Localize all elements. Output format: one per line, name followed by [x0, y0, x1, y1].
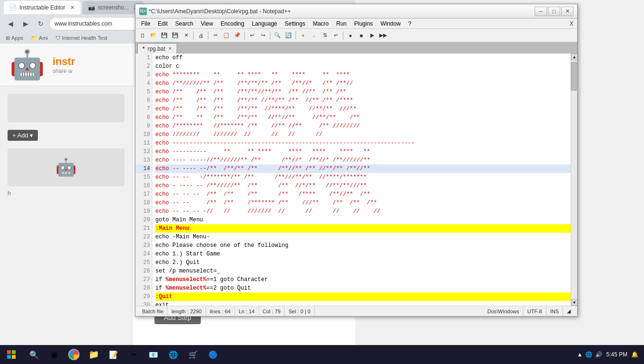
toolbar-find[interactable]: 🔍	[272, 30, 283, 41]
window-controls: ─ □ ✕	[535, 7, 573, 16]
npp-statusbar: Batch file length : 2290 lines : 64 Ln :…	[135, 306, 577, 316]
back-button[interactable]: ◀	[4, 17, 17, 30]
toolbar-print[interactable]: 🖨	[196, 30, 206, 41]
taskbar-store[interactable]: 🛒	[184, 345, 203, 364]
vertical-scrollbar[interactable]: ▲ ▼	[571, 54, 577, 306]
taskbar-mail[interactable]: 📧	[144, 345, 163, 364]
code-line-18: echo -- -- /** /** /******* /** ///** /*…	[155, 199, 571, 207]
npp-file-tab[interactable]: * rpg.bat ✕	[137, 43, 177, 54]
close-button[interactable]: ✕	[561, 7, 573, 16]
ln-23: 23	[135, 241, 150, 250]
code-line-1: echo off	[155, 54, 571, 62]
code-line-19: echo -- -- -- -// // /////// // // // //…	[155, 207, 571, 216]
forward-button[interactable]: ▶	[19, 17, 32, 30]
menu-edit[interactable]: Edit	[154, 19, 171, 28]
taskbar-file-explorer[interactable]: 📁	[84, 345, 103, 364]
toolbar-close[interactable]: ✕	[181, 30, 191, 41]
toolbar-zoom-in[interactable]: +	[298, 30, 308, 41]
ln-label: Ln : 14	[239, 309, 255, 314]
toolbar-undo[interactable]: ↩	[247, 30, 257, 41]
tab1-close[interactable]: ✕	[70, 4, 75, 11]
code-line-26: set /p menuselect=_	[155, 267, 571, 275]
toolbar-save[interactable]: 💾	[159, 30, 170, 41]
status-ins: INS	[546, 306, 563, 316]
add-step-button[interactable]: + Add ▾	[8, 130, 38, 141]
taskbar-task-view[interactable]: ▣	[45, 345, 63, 364]
code-line-21: :Main Menu	[155, 224, 571, 233]
refresh-button[interactable]: ↻	[34, 17, 47, 30]
status-encoding: UTF-8	[523, 306, 546, 316]
toolbar-paste[interactable]: 📌	[232, 30, 242, 41]
scroll-up-arrow[interactable]: ▲	[571, 54, 577, 60]
menu-plugins[interactable]: Plugins	[350, 19, 376, 28]
toolbar-redo[interactable]: ↪	[258, 30, 268, 41]
toolbar-macro-stop[interactable]: ■	[356, 30, 367, 41]
toolbar-macro-rec[interactable]: ●	[345, 30, 356, 41]
notification-icon[interactable]: 🔔	[631, 351, 638, 358]
browser-tab-active[interactable]: 📄 Instructable Editor ✕	[4, 1, 80, 14]
toolbar-run[interactable]: ▶▶	[378, 30, 388, 41]
taskbar-chrome[interactable]	[64, 345, 83, 364]
scroll-down-arrow[interactable]: ▼	[571, 299, 577, 306]
npp-x-label: X	[570, 20, 575, 27]
dos-label: Dos\Windows	[487, 309, 519, 314]
toolbar-zoom-out[interactable]: -	[309, 30, 319, 41]
menu-language[interactable]: Language	[248, 19, 281, 28]
menu-help[interactable]: ?	[404, 19, 415, 28]
toolbar-cut[interactable]: ✂	[210, 30, 221, 41]
menu-search[interactable]: Search	[171, 19, 197, 28]
scrollbar-thumb[interactable]	[571, 62, 577, 91]
menu-file[interactable]: File	[137, 19, 154, 28]
menu-view[interactable]: View	[197, 19, 217, 28]
volume-icon[interactable]: 🔊	[595, 351, 602, 358]
code-line-12: echo ---------- ** ** **** **** **** ***…	[155, 147, 571, 156]
toolbar-sync[interactable]: ⇅	[320, 30, 330, 41]
menu-macro[interactable]: Macro	[309, 19, 332, 28]
start-button[interactable]	[0, 345, 23, 364]
ln-18: 18	[135, 199, 150, 207]
toolbar-wrap[interactable]: ↵	[331, 30, 341, 41]
status-resize: ◢	[563, 306, 574, 316]
ln-27: 27	[135, 275, 150, 284]
menu-window[interactable]: Window	[376, 19, 404, 28]
menu-settings[interactable]: Settings	[281, 19, 309, 28]
toolbar-macro-play[interactable]: ▶	[367, 30, 377, 41]
menu-encoding[interactable]: Encoding	[217, 19, 248, 28]
apps-icon: ⊞	[6, 35, 10, 41]
scrollbar-track[interactable]	[571, 60, 577, 299]
chevron-up-icon[interactable]: ▲	[577, 351, 582, 358]
code-line-27: if %menuselect%==1 goto Character	[155, 275, 571, 284]
sidebar-robot-2: 🤖	[8, 148, 125, 186]
toolbar-replace[interactable]: 🔄	[283, 30, 294, 41]
toolbar-new[interactable]: 🗋	[137, 30, 148, 41]
minimize-button[interactable]: ─	[535, 7, 547, 16]
bookmark-apps[interactable]: ⊞ Apps	[4, 34, 25, 42]
taskbar-cortana[interactable]: 🔵	[204, 345, 223, 364]
maximize-button[interactable]: □	[548, 7, 560, 16]
bookmark-ami[interactable]: 📁 Ami	[29, 34, 50, 42]
status-dos: Dos\Windows	[483, 306, 523, 316]
code-line-8: echo /** ** /** /**/** //**//** //**/** …	[155, 113, 571, 122]
toolbar-sep-1	[193, 31, 194, 40]
tab-close[interactable]: ✕	[168, 46, 172, 51]
taskbar-clock[interactable]: 5:45 PM	[606, 351, 627, 358]
bookmark-internet-health[interactable]: 🛡 Internet Health Test	[54, 34, 109, 42]
toolbar-sep-2	[208, 31, 208, 40]
ln-28: 28	[135, 284, 150, 292]
toolbar-open[interactable]: 📂	[148, 30, 159, 41]
code-line-16: echo - ---- -- /**/////** /** /** //*/**…	[155, 182, 571, 190]
toolbar-copy[interactable]: 📋	[221, 30, 232, 41]
taskbar-notepad[interactable]: 📝	[104, 345, 123, 364]
taskbar-edge[interactable]: 🌐	[164, 345, 183, 364]
status-lines: lines : 64	[206, 306, 235, 316]
taskbar-snipping[interactable]: ✂	[124, 345, 143, 364]
taskbar-search[interactable]: 🔍	[25, 345, 44, 364]
ln-11: 11	[135, 139, 150, 147]
toolbar-save-all[interactable]: 💾	[170, 30, 180, 41]
ln-29: 29	[135, 292, 150, 301]
menu-run[interactable]: Run	[332, 19, 350, 28]
code-area[interactable]: echo off color c echo ******** ** ** ***…	[152, 54, 571, 306]
taskbar-icons: 🔍 ▣ 📁 📝 ✂ 📧 🌐 🛒 🔵	[23, 345, 224, 364]
network-icon[interactable]: 🌐	[585, 351, 592, 358]
tab-modified-marker: *	[143, 46, 145, 52]
